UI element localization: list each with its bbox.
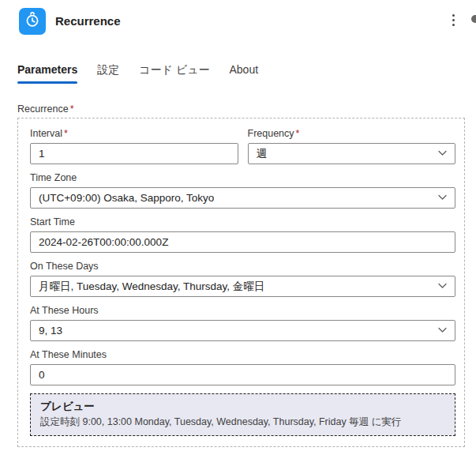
active-tab-underline [17, 81, 77, 84]
required-asterisk: * [296, 128, 300, 139]
on-these-days-dropdown[interactable]: 月曜日, Tuesday, Wednesday, Thursday, 金曜日 [30, 276, 455, 297]
parameters-panel: Recurrence* Interval* Frequency* 週 [17, 103, 465, 447]
on-these-days-value: 月曜日, Tuesday, Wednesday, Thursday, 金曜日 [39, 280, 264, 294]
kebab-menu-icon [452, 14, 455, 26]
tab-label: コード ビュー [139, 63, 209, 76]
frequency-label: Frequency* [248, 128, 456, 139]
interval-field[interactable] [30, 143, 238, 164]
time-zone-dropdown[interactable]: (UTC+09:00) Osaka, Sapporo, Tokyo [30, 187, 455, 209]
on-these-days-label: On These Days [30, 261, 455, 272]
recurrence-trigger-icon [19, 8, 46, 35]
interval-label-text: Interval [30, 128, 62, 139]
frequency-column: Frequency* 週 [248, 128, 456, 164]
panel-title: Recurrence [55, 14, 121, 28]
chevron-down-icon [437, 147, 448, 161]
at-these-hours-value: 9, 13 [39, 325, 62, 337]
start-time-label: Start Time [30, 216, 455, 227]
interval-column: Interval* [30, 128, 238, 164]
chevron-down-icon [437, 324, 448, 338]
interval-frequency-row: Interval* Frequency* 週 [30, 128, 455, 164]
at-these-hours-row: At These Hours 9, 13 [30, 305, 455, 341]
tab-code-view[interactable]: コード ビュー [139, 63, 209, 81]
preview-box: プレビュー 設定時刻 9:00, 13:00 Monday, Tuesday, … [30, 393, 455, 436]
tab-settings[interactable]: 設定 [97, 63, 119, 81]
tab-parameters[interactable]: Parameters [17, 63, 77, 81]
required-asterisk: * [70, 103, 74, 115]
frequency-dropdown[interactable]: 週 [248, 143, 456, 164]
chevron-down-icon [437, 191, 448, 205]
section-label-text: Recurrence [17, 103, 69, 115]
tab-label: 設定 [97, 63, 119, 76]
start-time-row: Start Time [30, 216, 455, 253]
interval-label: Interval* [30, 128, 238, 139]
preview-text: 設定時刻 9:00, 13:00 Monday, Tuesday, Wednes… [40, 415, 445, 428]
start-time-field[interactable] [30, 231, 455, 253]
chevron-down-icon [437, 280, 448, 294]
at-these-hours-dropdown[interactable]: 9, 13 [30, 320, 455, 341]
frequency-label-text: Frequency [248, 128, 294, 139]
at-these-minutes-label: At These Minutes [30, 349, 455, 360]
panel-header: Recurrence [0, 0, 476, 44]
tab-bar: Parameters 設定 コード ビュー About [17, 63, 258, 81]
alarm-clock-icon [23, 10, 42, 32]
preview-title: プレビュー [40, 400, 445, 413]
time-zone-row: Time Zone (UTC+09:00) Osaka, Sapporo, To… [30, 172, 455, 209]
at-these-minutes-row: At These Minutes [30, 349, 455, 385]
at-these-hours-label: At These Hours [30, 305, 455, 316]
tab-label: About [229, 63, 258, 76]
recurrence-fieldset: Interval* Frequency* 週 Time Zone [17, 118, 465, 447]
at-these-minutes-field[interactable] [30, 364, 455, 385]
frequency-value: 週 [257, 147, 268, 161]
required-asterisk: * [64, 128, 68, 139]
tab-about[interactable]: About [229, 63, 258, 81]
time-zone-label: Time Zone [30, 172, 455, 183]
time-zone-value: (UTC+09:00) Osaka, Sapporo, Tokyo [39, 192, 214, 204]
clipped-edge-icon[interactable] [471, 15, 476, 23]
on-these-days-row: On These Days 月曜日, Tuesday, Wednesday, T… [30, 261, 455, 297]
tab-label: Parameters [17, 63, 77, 76]
more-options-button[interactable] [445, 8, 461, 32]
recurrence-section-label: Recurrence* [17, 103, 465, 115]
